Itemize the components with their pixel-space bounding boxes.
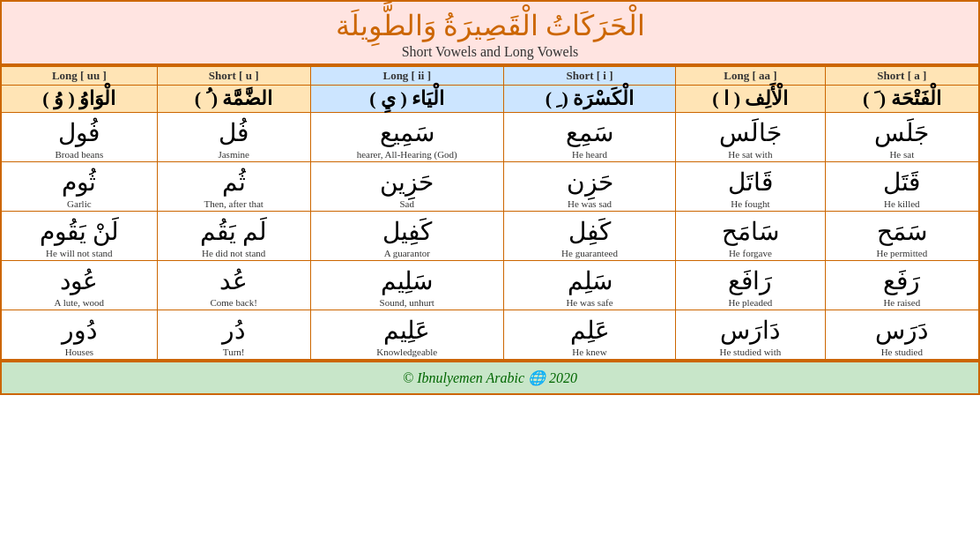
cell-r4-c5: دَرَسHe studied <box>825 310 979 361</box>
table-row-4: دُورHousesدُرTurn!عَلِيمKnowledgeableعَل… <box>1 310 979 361</box>
arabic-word-r2-c3: كَفِل <box>508 213 672 246</box>
cell-r2-c0: لَنْ يَقُومHe will not stand <box>1 212 157 261</box>
cell-r0-c3: سَمِعHe heard <box>503 113 675 162</box>
footer-text: © Ibnulyemen Arabic 🌐 2020 <box>403 370 577 385</box>
arabic-word-r1-c4: قَاتَل <box>679 164 820 197</box>
subheader-4: الْأَلِف ( ا ) <box>676 86 825 113</box>
arabic-word-r2-c0: لَنْ يَقُوم <box>5 213 153 246</box>
arabic-word-r2-c1: لَم يَقُم <box>161 213 307 246</box>
cell-r3-c3: سَلِمHe was safe <box>503 261 675 310</box>
table-row-2: لَنْ يَقُومHe will not standلَم يَقُمHe … <box>1 212 979 261</box>
arabic-word-r2-c4: سَامَح <box>679 213 820 246</box>
cell-r3-c5: رَفَعHe raised <box>825 261 979 310</box>
arabic-word-r1-c5: قَتَل <box>829 164 975 197</box>
arabic-title: الْحَرَكَاتُ الْقَصِيرَةُ وَالطَّوِيلَة <box>5 9 975 42</box>
cell-r4-c3: عَلِمHe knew <box>503 310 675 361</box>
arabic-word-r3-c1: عُد <box>161 263 307 295</box>
arabic-word-r1-c2: حَزِين <box>315 164 500 197</box>
cell-r1-c5: قَتَلHe killed <box>825 162 979 212</box>
arabic-word-r4-c3: عَلِم <box>508 312 672 345</box>
table-row-1: ثُومGarlicثُمThen, after thatحَزِينSadحَ… <box>1 162 979 212</box>
cell-r2-c2: كَفِيلA guarantor <box>310 212 503 261</box>
cell-r3-c2: سَلِيمSound, unhurt <box>310 261 503 310</box>
english-label-r2-c1: He did not stand <box>161 248 307 258</box>
english-label-r2-c2: A guarantor <box>315 248 500 258</box>
arabic-word-r4-c2: عَلِيم <box>315 312 500 345</box>
cell-r3-c4: رَافَعHe pleaded <box>676 261 825 310</box>
subheader-5: الْفَتْحَة ( َ ) <box>825 86 979 113</box>
table-row-3: عُودA lute, woodعُدCome back!سَلِيمSound… <box>1 261 979 310</box>
english-label-r0-c0: Broad beans <box>5 149 153 160</box>
english-label-r3-c3: He was safe <box>508 297 672 308</box>
english-label-r2-c4: He forgave <box>679 248 820 258</box>
page-header: الْحَرَكَاتُ الْقَصِيرَةُ وَالطَّوِيلَة … <box>0 0 980 65</box>
footer: © Ibnulyemen Arabic 🌐 2020 <box>0 361 980 395</box>
cell-r1-c1: ثُمThen, after that <box>157 162 310 212</box>
english-label-r3-c5: He raised <box>829 297 975 308</box>
cell-r3-c1: عُدCome back! <box>157 261 310 310</box>
subheader-2: الْيَاء ( يِ ) <box>310 86 503 113</box>
col-header-2: Long [ ii ] <box>310 66 503 86</box>
arabic-word-r3-c0: عُود <box>5 263 153 295</box>
subheader-3: الْكَسْرَة ( ِ ) <box>503 86 675 113</box>
subheader-1: الضَّمَّة ( ُ ) <box>157 86 310 113</box>
arabic-word-r3-c4: رَافَع <box>679 263 820 295</box>
english-label-r0-c4: He sat with <box>679 149 820 160</box>
cell-r3-c0: عُودA lute, wood <box>1 261 157 310</box>
english-label-r3-c0: A lute, wood <box>5 297 153 308</box>
english-label-r2-c5: He permitted <box>829 248 975 258</box>
col-header-0: Long [ uu ] <box>1 66 157 86</box>
subheader-row: الْوَاوُ ( وُ ) الضَّمَّة ( ُ ) الْيَاء … <box>1 86 979 113</box>
english-label-r2-c3: He guaranteed <box>508 248 672 258</box>
arabic-word-r1-c1: ثُم <box>161 164 307 197</box>
cell-r1-c4: قَاتَلHe fought <box>676 162 825 212</box>
english-label-r4-c4: He studied with <box>679 347 820 357</box>
english-label-r3-c1: Come back! <box>161 297 307 308</box>
cell-r0-c2: سَمِيعhearer, All-Hearing (God) <box>310 113 503 162</box>
arabic-word-r4-c1: دُر <box>161 312 307 345</box>
english-label-r1-c0: Garlic <box>5 198 153 209</box>
cell-r4-c0: دُورHouses <box>1 310 157 361</box>
english-label-r1-c5: He killed <box>829 198 975 209</box>
cell-r0-c4: جَالَسHe sat with <box>676 113 825 162</box>
cell-r0-c1: فُلJasmine <box>157 113 310 162</box>
english-label-r0-c5: He sat <box>829 149 975 160</box>
col-header-1: Short [ u ] <box>157 66 310 86</box>
col-header-row: Long [ uu ] Short [ u ] Long [ ii ] Shor… <box>1 66 979 86</box>
arabic-word-r0-c2: سَمِيع <box>315 115 500 147</box>
cell-r0-c5: جَلَسHe sat <box>825 113 979 162</box>
cell-r4-c1: دُرTurn! <box>157 310 310 361</box>
cell-r2-c5: سَمَحHe permitted <box>825 212 979 261</box>
arabic-word-r0-c3: سَمِع <box>508 115 672 147</box>
cell-r2-c3: كَفِلHe guaranteed <box>503 212 675 261</box>
arabic-word-r3-c5: رَفَع <box>829 263 975 295</box>
cell-r4-c2: عَلِيمKnowledgeable <box>310 310 503 361</box>
english-label-r3-c2: Sound, unhurt <box>315 297 500 308</box>
english-label-r3-c4: He pleaded <box>679 297 820 308</box>
arabic-word-r4-c0: دُور <box>5 312 153 345</box>
arabic-word-r4-c5: دَرَس <box>829 312 975 345</box>
english-label-r0-c1: Jasmine <box>161 149 307 160</box>
page-wrapper: الْحَرَكَاتُ الْقَصِيرَةُ وَالطَّوِيلَة … <box>0 0 980 395</box>
col-header-5: Short [ a ] <box>825 66 979 86</box>
arabic-word-r0-c5: جَلَس <box>829 115 975 147</box>
arabic-word-r1-c0: ثُوم <box>5 164 153 197</box>
cell-r2-c1: لَم يَقُمHe did not stand <box>157 212 310 261</box>
col-header-3: Short [ i ] <box>503 66 675 86</box>
arabic-word-r2-c5: سَمَح <box>829 213 975 246</box>
cell-r4-c4: دَارَسHe studied with <box>676 310 825 361</box>
english-label-r2-c0: He will not stand <box>5 248 153 258</box>
subheader-0: الْوَاوُ ( وُ ) <box>1 86 157 113</box>
arabic-word-r1-c3: حَزِن <box>508 164 672 197</box>
arabic-word-r3-c2: سَلِيم <box>315 263 500 295</box>
english-label-r4-c0: Houses <box>5 347 153 357</box>
arabic-word-r3-c3: سَلِم <box>508 263 672 295</box>
english-label-r0-c2: hearer, All-Hearing (God) <box>315 149 500 160</box>
english-label-r4-c1: Turn! <box>161 347 307 357</box>
cell-r2-c4: سَامَحHe forgave <box>676 212 825 261</box>
cell-r1-c0: ثُومGarlic <box>1 162 157 212</box>
english-label-r4-c5: He studied <box>829 347 975 357</box>
col-header-4: Long [ aa ] <box>676 66 825 86</box>
table-body: فُولBroad beansفُلJasmineسَمِيعhearer, A… <box>1 113 979 361</box>
english-label-r1-c4: He fought <box>679 198 820 209</box>
